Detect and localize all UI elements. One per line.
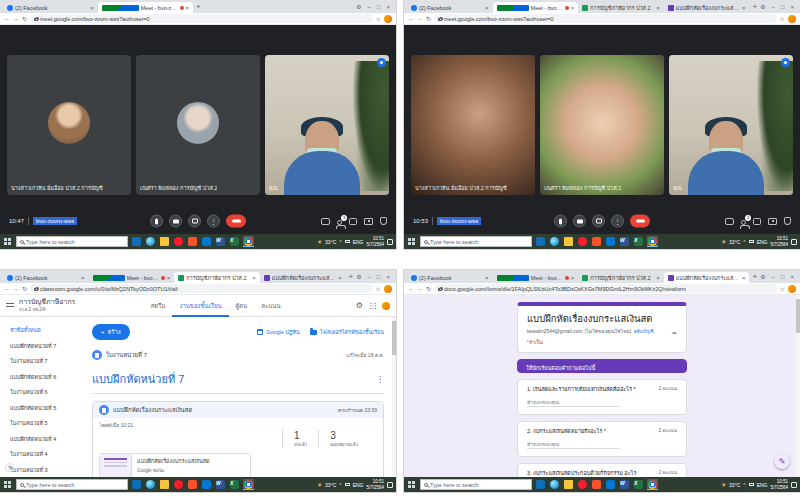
tab-close-icon[interactable]: × xyxy=(81,275,85,281)
browser-menu-icon[interactable]: ⚙ xyxy=(356,273,361,280)
scrollbar[interactable] xyxy=(392,317,396,477)
back-icon[interactable]: ← xyxy=(4,286,10,292)
taskbar-excel-icon[interactable]: X xyxy=(229,236,240,247)
topic-item[interactable]: แบบฝึกหัดหน่วยที่ 4 xyxy=(10,435,82,443)
tab-facebook[interactable]: (2) Facebook × xyxy=(3,272,89,283)
minimize-button[interactable]: – xyxy=(772,274,775,280)
tab-forms[interactable]: แบบฝึกหัดเรื่องงบกระแสเงินสด × xyxy=(664,2,750,13)
taskbar-clock[interactable]: 10:51 5/7/2564 xyxy=(366,236,384,246)
topic-item[interactable]: แบบฝึกหัดหน่วยที่ 6 xyxy=(10,373,82,381)
address-bar[interactable]: docs.google.com/forms/d/e/1FAIpQLSfLbUc4… xyxy=(434,284,777,293)
edit-form-fab[interactable]: ✎ xyxy=(774,453,790,469)
tab-close-icon[interactable]: × xyxy=(252,275,256,281)
taskbar-store-icon[interactable] xyxy=(535,479,546,490)
taskbar-mail-icon[interactable] xyxy=(201,236,212,247)
language-indicator[interactable]: ENG xyxy=(353,482,364,488)
weather-temp[interactable]: 33°C xyxy=(729,482,740,488)
taskbar-store-icon[interactable] xyxy=(131,479,142,490)
create-button[interactable]: + สร้าง xyxy=(92,324,130,340)
tab-classwork[interactable]: งานของชั้นเรียน xyxy=(172,295,228,317)
tab-facebook[interactable]: (2) Facebook × xyxy=(3,2,98,13)
tab-meet[interactable]: Meet - bvo-zovm-wss × xyxy=(89,272,175,283)
tab-close-icon[interactable]: × xyxy=(656,5,660,11)
taskbar-edge-icon[interactable] xyxy=(145,236,156,247)
tab-close-icon[interactable]: × xyxy=(656,275,660,281)
classwork-item[interactable]: ใบงานหน่วยที่ 7 แก้ไขเมื่อ 18 ส.ค. xyxy=(92,347,384,366)
attachment-chip[interactable]: แบบฝึกหัดเรื่องงบกระแสเงินสด Google ฟอร์… xyxy=(99,453,251,477)
weather-temp[interactable]: 33°C xyxy=(325,482,336,488)
taskbar-word-icon[interactable]: W xyxy=(215,236,226,247)
maximize-button[interactable]: □ xyxy=(781,4,785,10)
language-indicator[interactable]: ENG xyxy=(757,239,768,245)
short-answer-input[interactable]: คำตอบของคุณ xyxy=(527,440,620,449)
topic-item[interactable]: หัวข้อทั้งหมด xyxy=(10,326,82,334)
present-button[interactable] xyxy=(188,215,201,228)
video-tile-participant-2[interactable]: เณศรา พิมพ์ทอง การบัญชี ปวส.2 xyxy=(540,55,664,195)
meeting-code-selected[interactable]: bvo-zovm-wss xyxy=(33,217,77,225)
taskbar-chrome-icon[interactable] xyxy=(243,236,254,247)
tab-close-icon[interactable]: × xyxy=(338,275,342,281)
google-calendar-link[interactable]: Google ปฏิทิน xyxy=(257,328,300,336)
tab-people[interactable]: ผู้คน xyxy=(229,295,255,317)
taskbar-clock[interactable]: 10:51 5/7/2564 xyxy=(770,479,788,489)
topic-item[interactable]: ใบงานหน่วยที่ 4 xyxy=(10,450,82,458)
close-button[interactable]: × xyxy=(386,4,390,10)
tray-caret-icon[interactable]: ^ xyxy=(743,239,745,245)
close-button[interactable]: × xyxy=(790,274,794,280)
taskbar-search[interactable]: Type here to search xyxy=(16,236,128,247)
video-tile-participant-2[interactable]: เณศรา พิมพ์ทอง การบัญชี ปวส.2 xyxy=(136,55,260,195)
video-tile-self[interactable]: คุณ xyxy=(265,55,389,195)
maximize-button[interactable]: □ xyxy=(781,274,785,280)
taskbar-chrome-icon[interactable] xyxy=(243,479,254,490)
topic-item[interactable]: ใบงานหน่วยที่ 3 xyxy=(10,466,82,474)
leave-call-button[interactable] xyxy=(226,215,246,228)
scrollbar[interactable] xyxy=(796,295,800,477)
tab-meet[interactable]: Meet - bvo-zovm-wss × xyxy=(98,2,193,13)
tab-grades[interactable]: คะแนน xyxy=(254,295,287,317)
close-button[interactable]: × xyxy=(790,4,794,10)
minimize-button[interactable]: – xyxy=(368,274,371,280)
taskbar-brave-icon[interactable] xyxy=(591,236,602,247)
weather-temp[interactable]: 33°C xyxy=(729,239,740,245)
start-button[interactable] xyxy=(406,478,417,491)
browser-menu-icon[interactable]: ⚙ xyxy=(760,273,765,280)
account-avatar[interactable] xyxy=(382,302,390,310)
people-button[interactable]: 3 xyxy=(741,219,746,224)
action-center-icon[interactable] xyxy=(387,239,393,245)
tab-close-icon[interactable]: × xyxy=(485,5,489,11)
taskbar-excel-icon[interactable]: X xyxy=(229,479,240,490)
taskbar-clock[interactable]: 10:51 5/7/2564 xyxy=(770,236,788,246)
language-indicator[interactable]: ENG xyxy=(353,239,364,245)
tab-close-icon[interactable]: × xyxy=(742,5,746,11)
turned-in-stat[interactable]: 1 ส่งแล้ว xyxy=(282,430,318,448)
taskbar-chrome-icon[interactable] xyxy=(647,236,658,247)
kebab-menu-icon[interactable]: ⋮ xyxy=(376,375,384,384)
back-icon[interactable]: ← xyxy=(408,16,414,22)
host-controls-button[interactable] xyxy=(380,217,387,225)
weather-icon[interactable]: ☀ xyxy=(317,238,322,245)
captions-button[interactable] xyxy=(725,218,734,225)
minimize-button[interactable]: – xyxy=(772,4,775,10)
taskbar-file-explorer-icon[interactable] xyxy=(563,479,574,490)
taskbar-word-icon[interactable]: W xyxy=(619,479,630,490)
tray-caret-icon[interactable]: ^ xyxy=(339,239,341,245)
tab-close-icon[interactable]: × xyxy=(571,5,575,11)
new-tab-button[interactable]: + xyxy=(345,272,356,281)
taskbar-brave-icon[interactable] xyxy=(591,479,602,490)
taskbar-excel-icon[interactable]: X xyxy=(633,479,644,490)
taskbar-file-explorer-icon[interactable] xyxy=(563,236,574,247)
weather-icon[interactable]: ☀ xyxy=(721,238,726,245)
video-tile-self[interactable]: คุณ xyxy=(669,55,793,195)
tab-stream[interactable]: สตรีม xyxy=(144,295,173,317)
taskbar-search[interactable]: Type here to search xyxy=(420,236,532,247)
taskbar-search[interactable]: Type here to search xyxy=(420,479,532,490)
tab-meet[interactable]: Meet - bvo-zovm-wss × xyxy=(493,2,579,13)
bookmark-star-icon[interactable]: ☆ xyxy=(780,15,785,22)
new-tab-button[interactable]: + xyxy=(749,2,760,11)
action-center-icon[interactable] xyxy=(791,482,797,488)
topic-item[interactable]: ใบงานหน่วยที่ 6 xyxy=(10,388,82,396)
taskbar-clock[interactable]: 10:51 5/7/2564 xyxy=(366,479,384,489)
new-tab-button[interactable]: + xyxy=(749,272,760,281)
reload-icon[interactable]: ↻ xyxy=(22,285,27,292)
profile-avatar[interactable] xyxy=(788,285,796,293)
